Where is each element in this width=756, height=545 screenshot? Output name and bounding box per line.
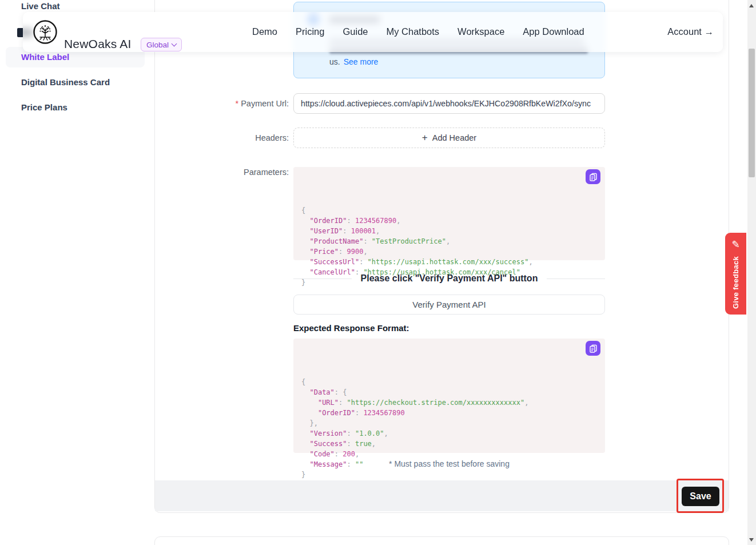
code-line: { bbox=[301, 377, 597, 387]
nav-link-my-chatbots[interactable]: My Chatbots bbox=[386, 26, 439, 37]
must-pass-note: * Must pass the test before saving bbox=[293, 459, 605, 468]
copy-icon bbox=[589, 173, 598, 181]
headers-label: Headers: bbox=[186, 133, 289, 142]
nav-link-demo[interactable]: Demo bbox=[252, 26, 277, 37]
give-feedback-label: Give feedback bbox=[731, 256, 740, 309]
reminder-text-prefix: us. bbox=[329, 57, 340, 66]
copy-icon bbox=[589, 344, 598, 353]
divider-with-text: Please click "Verify Payment API" button bbox=[293, 273, 605, 284]
account-label: Account bbox=[667, 26, 702, 37]
code-line: "Price": 9900, bbox=[301, 246, 597, 257]
divider-text: Please click "Verify Payment API" button bbox=[361, 273, 538, 284]
scroll-up-arrow-icon[interactable] bbox=[749, 4, 754, 7]
newoaks-logo-icon[interactable] bbox=[33, 19, 58, 45]
sidebar-item-digital-business-card[interactable]: Digital Business Card bbox=[21, 77, 110, 87]
reminder-text: us.See more bbox=[329, 57, 378, 66]
code-line: "Data": { bbox=[301, 387, 597, 397]
verify-payment-api-button[interactable]: Verify Payment API bbox=[293, 295, 605, 315]
parameters-label: Parameters: bbox=[186, 168, 289, 177]
pencil-icon: ✎ bbox=[731, 238, 739, 250]
give-feedback-tab[interactable]: ✎ Give feedback bbox=[725, 233, 746, 315]
page: Live Chat White Label Digital Business C… bbox=[0, 0, 756, 545]
code-line: { bbox=[301, 205, 597, 216]
code-line: "OrderID": 1234567890, bbox=[301, 216, 597, 226]
plus-icon: + bbox=[422, 132, 428, 144]
code-line: "OrderID": 1234567890 bbox=[301, 408, 597, 418]
expected-response-label: Expected Response Format: bbox=[293, 323, 409, 333]
nav-link-pricing[interactable]: Pricing bbox=[296, 26, 324, 37]
region-selector[interactable]: Global bbox=[141, 38, 182, 51]
scroll-down-arrow-icon[interactable] bbox=[749, 538, 754, 542]
divider-line bbox=[547, 279, 605, 279]
page-scrollbar[interactable] bbox=[747, 0, 756, 545]
save-button[interactable]: Save bbox=[682, 487, 719, 506]
nav-link-app-download[interactable]: App Download bbox=[523, 26, 584, 37]
code-line: "Code": 200, bbox=[301, 449, 597, 459]
code-line: "Version": "1.0.0", bbox=[301, 428, 597, 439]
code-line: "ProductName": "TestProductPrice", bbox=[301, 236, 597, 246]
required-asterisk: * bbox=[236, 99, 239, 108]
payment-url-label: *Payment Url: bbox=[186, 99, 289, 108]
payment-url-label-text: Payment Url: bbox=[241, 99, 289, 108]
next-section-card bbox=[154, 536, 729, 545]
copy-button[interactable] bbox=[586, 341, 600, 356]
payment-url-input[interactable] bbox=[293, 93, 605, 114]
arrow-right-icon: → bbox=[705, 26, 714, 37]
code-line: "Success": true, bbox=[301, 439, 597, 449]
divider-line bbox=[293, 279, 352, 279]
code-line: "URL": "https://checkout.stripe.com/xxxx… bbox=[301, 397, 597, 408]
copy-button[interactable] bbox=[586, 169, 600, 184]
add-header-button[interactable]: + Add Header bbox=[293, 128, 605, 148]
code-line: }, bbox=[301, 418, 597, 428]
code-line: } bbox=[301, 470, 597, 480]
brand-name: NewOaks AI bbox=[64, 37, 132, 51]
expected-response-code-block: { "Data": { "URL": "https://checkout.str… bbox=[293, 339, 605, 453]
region-label: Global bbox=[146, 41, 169, 49]
code-line: "UserID": 100001, bbox=[301, 226, 597, 236]
sidebar-item-white-label[interactable]: White Label bbox=[21, 52, 69, 62]
nav-link-workspace[interactable]: Workspace bbox=[457, 26, 504, 37]
sidebar-item-live-chat[interactable]: Live Chat bbox=[21, 1, 60, 11]
code-line: "SuccessUrl": "https://usapi.hottask.com… bbox=[301, 257, 597, 267]
chevron-down-icon bbox=[172, 41, 177, 47]
scrollbar-thumb[interactable] bbox=[749, 49, 755, 177]
top-navbar: NewOaks AI Global Demo Pricing Guide My … bbox=[23, 12, 723, 52]
nav-links: Demo Pricing Guide My Chatbots Workspace… bbox=[252, 26, 584, 37]
see-more-link[interactable]: See more bbox=[344, 57, 379, 66]
parameters-code-block: { "OrderID": 1234567890, "UserID": 10000… bbox=[293, 167, 605, 260]
nav-link-guide[interactable]: Guide bbox=[343, 26, 368, 37]
add-header-label: Add Header bbox=[432, 133, 476, 142]
sidebar-item-price-plans[interactable]: Price Plans bbox=[21, 102, 67, 112]
card-footer bbox=[155, 480, 729, 511]
account-button[interactable]: Account → bbox=[667, 26, 714, 37]
